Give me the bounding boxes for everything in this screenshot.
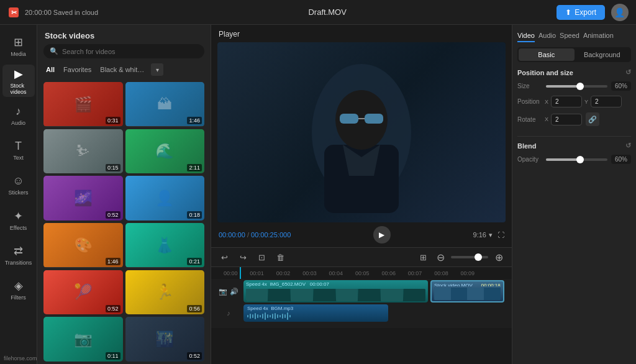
undo-button[interactable]: ↩ [217, 250, 231, 264]
add-track-button[interactable]: ⊞ [416, 250, 430, 264]
subtab-background[interactable]: Background [575, 48, 630, 61]
split-button[interactable]: ⊡ [255, 250, 268, 264]
svg-rect-15 [262, 314, 263, 319]
audio-icon: ♪ [16, 105, 21, 118]
play-button[interactable]: ▶ [373, 226, 391, 243]
list-item[interactable]: 🎬 0:31 [43, 82, 123, 127]
sidebar-label-text: Text [13, 155, 24, 161]
player-title: Player [211, 25, 512, 42]
svg-rect-9 [247, 315, 248, 317]
reset-blend-icon[interactable]: ↺ [625, 142, 631, 150]
filter-all[interactable]: All [43, 65, 57, 75]
export-button[interactable]: ⬆ Export [556, 5, 605, 20]
video-clip-stock[interactable]: Stock video.MOV 00:00:18 [430, 280, 504, 303]
video-track-body[interactable]: Speed 4x IMG_6502.MOV 00:00:07 [243, 280, 507, 303]
filter-more-button[interactable]: ▾ [151, 63, 163, 76]
current-time: 00:00:00 / 00:00:25:000 [219, 231, 291, 239]
position-y-input[interactable] [591, 96, 622, 107]
stock-videos-panel: Stock videos 🔍 All Favorites Black & whi… [37, 25, 211, 364]
filter-bw[interactable]: Black & white grou... [98, 65, 147, 75]
video-duration: 0:15 [106, 164, 120, 171]
sidebar-item-filters[interactable]: ◈ Filters [2, 273, 35, 306]
export-icon: ⬆ [565, 8, 571, 17]
list-item[interactable]: 🎾 0:52 [43, 270, 123, 315]
reset-position-icon[interactable]: ↺ [625, 68, 631, 76]
svg-rect-20 [275, 313, 276, 319]
list-item[interactable]: 🌌 0:52 [43, 176, 123, 221]
sidebar-label-audio: Audio [11, 120, 25, 126]
position-x-input[interactable] [551, 96, 582, 107]
video-duration: 0:52 [106, 305, 120, 312]
stock-videos-icon: ▶ [14, 67, 23, 81]
player-screen [217, 42, 506, 222]
redo-button[interactable]: ↪ [236, 250, 250, 264]
sidebar-item-effects[interactable]: ✦ Effects [2, 204, 35, 236]
sidebar-label-transitions: Transitions [5, 260, 32, 266]
list-item[interactable]: 👤 0:18 [125, 176, 205, 221]
aspect-ratio[interactable]: 9:16 ▾ ⛶ [473, 231, 504, 239]
list-item[interactable]: 🏃 0:56 [125, 270, 205, 315]
list-item[interactable]: ⛷ 0:15 [43, 129, 123, 174]
rotate-input[interactable] [551, 114, 582, 125]
size-row: Size 60% [517, 81, 631, 91]
timeline-tracks: 📷 🔊 Speed 4x IMG_6502.MOV 00:00:07 [211, 279, 512, 328]
ruler-marks: 00:00 00:01 00:02 00:03 00:04 00:05 00:0… [217, 270, 481, 276]
tab-video[interactable]: Video [517, 30, 535, 42]
top-bar: ✂ 20:00:00 Saved in cloud Draft.MOV ⬆ Ex… [0, 0, 636, 25]
sidebar-item-media[interactable]: ⊞ Media [2, 30, 35, 62]
size-slider-knob [576, 83, 584, 90]
audio-clip[interactable]: Speed 4x BGM.mp3 [243, 304, 388, 322]
video-clip-main[interactable]: Speed 4x IMG_6502.MOV 00:00:07 [243, 280, 428, 303]
list-item[interactable]: 🏔 1:46 [125, 82, 205, 127]
stickers-icon: ☺ [12, 175, 24, 188]
panel-divider [517, 136, 631, 137]
sidebar-item-stock-videos[interactable]: ▶ Stockvideos [2, 65, 35, 97]
blend-section: Blend ↺ [517, 142, 631, 150]
video-preview [217, 42, 506, 222]
delete-button[interactable]: 🗑 [273, 250, 287, 264]
zoom-slider[interactable] [451, 256, 488, 258]
sidebar-item-stickers[interactable]: ☺ Stickers [2, 169, 35, 201]
video-duration: 1:46 [106, 258, 120, 265]
svg-rect-25 [287, 312, 288, 320]
opacity-slider[interactable] [546, 158, 607, 161]
ruler-mark: 00:01 [243, 270, 270, 276]
list-item[interactable]: 👗 0:21 [125, 223, 205, 268]
sidebar-label-stickers: Stickers [8, 189, 28, 196]
position-x-label: X [545, 99, 548, 105]
sidebar-label-stock: Stockvideos [10, 83, 26, 95]
user-avatar[interactable]: 👤 [611, 4, 629, 21]
player-area: Player [211, 25, 512, 364]
audio-waveform [247, 312, 384, 320]
size-slider[interactable] [546, 85, 607, 88]
subtab-basic[interactable]: Basic [519, 48, 575, 61]
audio-track-body[interactable]: Speed 4x BGM.mp3 [243, 304, 507, 322]
list-item[interactable]: 📷 0:11 [43, 317, 123, 362]
sidebar: ⊞ Media ▶ Stockvideos ♪ Audio T Text ☺ S… [0, 25, 37, 364]
ruler-mark: 00:06 [375, 270, 401, 276]
sidebar-item-audio[interactable]: ♪ Audio [2, 99, 35, 132]
zoom-out-button[interactable]: ⊖ [434, 250, 447, 264]
svg-rect-11 [252, 314, 253, 318]
svg-rect-24 [284, 314, 286, 318]
stock-panel-title: Stock videos [37, 25, 211, 44]
fullscreen-icon[interactable]: ⛶ [497, 231, 504, 239]
search-bar[interactable]: 🔍 [43, 44, 204, 58]
audio-control-icon: ♪ [227, 309, 230, 317]
tab-speed[interactable]: Speed [560, 30, 579, 42]
position-y-label: Y [584, 99, 588, 105]
list-item[interactable]: 🌊 2:11 [125, 129, 205, 174]
main-layout: ⊞ Media ▶ Stockvideos ♪ Audio T Text ☺ S… [0, 25, 636, 364]
filter-favorites[interactable]: Favorites [61, 65, 94, 75]
list-item[interactable]: 🎨 1:46 [43, 223, 123, 268]
zoom-in-button[interactable]: ⊕ [492, 250, 506, 264]
list-item[interactable]: 🌃 0:52 [125, 317, 205, 362]
rotate-lock-icon[interactable]: 🔗 [586, 112, 599, 126]
tab-animation[interactable]: Animation [583, 30, 614, 42]
sidebar-item-transitions[interactable]: ⇄ Transitions [2, 239, 35, 271]
search-input[interactable] [62, 48, 198, 55]
tab-audio[interactable]: Audio [538, 30, 556, 42]
sidebar-item-text[interactable]: T Text [2, 134, 35, 166]
svg-rect-10 [250, 314, 251, 319]
top-bar-left: ✂ 20:00:00 Saved in cloud [7, 6, 98, 19]
